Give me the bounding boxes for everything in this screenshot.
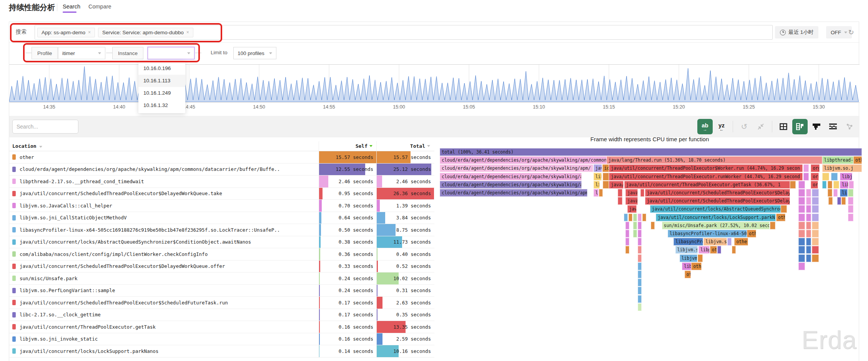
timeline-chart[interactable]: [9, 64, 860, 103]
flame-frame[interactable]: java/util/concurrent/ScheduledThreadPool…: [645, 197, 790, 205]
flame-frame[interactable]: [833, 181, 839, 189]
flame-frame[interactable]: [848, 214, 853, 221]
table-row[interactable]: java/util/concurrent/locks/AbstractQueue…: [9, 236, 434, 249]
flame-frame[interactable]: [618, 197, 622, 205]
flame-frame[interactable]: java: [627, 205, 637, 213]
instance-select[interactable]: [148, 47, 195, 59]
flame-frame[interactable]: other: [734, 238, 748, 246]
flame-frame[interactable]: [638, 303, 642, 311]
flame-frame[interactable]: [638, 262, 642, 270]
flame-frame[interactable]: cloud/erda/agent/dependencies/org/apache…: [440, 156, 607, 164]
flame-frame[interactable]: [640, 189, 644, 197]
flame-frame[interactable]: [798, 254, 805, 262]
flame-frame[interactable]: java/util/concurrent/ThreadPoolExecutor$…: [609, 164, 803, 172]
dropdown-option[interactable]: 10.16.1.249: [138, 87, 185, 99]
table-row[interactable]: libjvm.so.JavaCalls::call_helper0.70 sec…: [9, 200, 434, 212]
flame-frame[interactable]: [633, 230, 637, 237]
tab-compare[interactable]: Compare: [88, 3, 111, 10]
flame-frame[interactable]: libasyncProfiler-linux-x64-505cc169188: [668, 230, 747, 237]
table-row[interactable]: java/util/concurrent/ScheduledThreadPool…: [9, 188, 434, 200]
flame-frame[interactable]: [638, 279, 642, 286]
flame-frame[interactable]: [812, 205, 819, 213]
table-row[interactable]: java/util/concurrent/ScheduledThreadPool…: [9, 261, 434, 273]
collapse-icon[interactable]: [753, 119, 768, 134]
flame-frame[interactable]: [806, 254, 811, 262]
flame-frame[interactable]: [812, 197, 819, 205]
flame-frame[interactable]: [806, 246, 811, 254]
flame-frame[interactable]: [603, 173, 609, 180]
flame-frame[interactable]: org: [811, 181, 818, 189]
flame-frame[interactable]: oth: [710, 246, 717, 254]
flame-frame[interactable]: [717, 246, 721, 254]
flame-frame[interactable]: [806, 214, 811, 221]
dropdown-option[interactable]: 10.16.0.196: [138, 62, 185, 75]
close-icon[interactable]: ×: [88, 30, 91, 35]
flame-frame[interactable]: [638, 254, 642, 262]
flame-frame[interactable]: [625, 230, 629, 237]
flame-frame[interactable]: libjvm.so.j: [680, 254, 697, 262]
flame-frame[interactable]: [651, 222, 655, 229]
flame-frame[interactable]: total (100%, 36.41 seconds): [440, 148, 862, 156]
flame-frame[interactable]: [618, 189, 622, 197]
flame-frame[interactable]: java/util/c: [609, 181, 623, 189]
dropdown-option[interactable]: 10.16.1.32: [138, 99, 185, 112]
flame-frame[interactable]: [798, 238, 805, 246]
flame-frame[interactable]: [638, 287, 642, 294]
flame-frame[interactable]: [633, 222, 637, 229]
flame-frame[interactable]: [629, 214, 632, 221]
flame-frame[interactable]: [803, 164, 808, 172]
flame-frame[interactable]: [642, 214, 646, 221]
flame-frame[interactable]: [812, 189, 819, 197]
table-flame-view-icon[interactable]: [792, 119, 808, 134]
flame-frame[interactable]: [798, 222, 805, 229]
flamegraph-view-icon[interactable]: [809, 119, 824, 134]
flame-frame[interactable]: libjv: [594, 173, 602, 180]
flame-frame[interactable]: [848, 197, 853, 205]
flame-frame[interactable]: java/util/concurrent/ThreadPoolExecutor.…: [624, 181, 790, 189]
flame-frame[interactable]: [806, 189, 811, 197]
flame-frame[interactable]: [638, 246, 642, 254]
flame-frame[interactable]: libjvm.so.: [703, 238, 727, 246]
table-row[interactable]: sun/misc/Unsafe.park0.24 seconds10.02 se…: [9, 272, 434, 285]
flame-frame[interactable]: oth: [853, 156, 862, 164]
flame-frame[interactable]: [822, 173, 830, 180]
flame-frame[interactable]: [833, 189, 838, 197]
flame-frame[interactable]: [638, 230, 642, 237]
flame-frame[interactable]: [798, 189, 805, 197]
column-header-total[interactable]: Total: [376, 141, 434, 151]
flame-frame[interactable]: libj: [594, 181, 600, 189]
flame-frame[interactable]: [806, 197, 811, 205]
table-row[interactable]: libc-2.17.so.__clock_gettime0.17 seconds…: [9, 309, 434, 321]
sort-az-button[interactable]: ab→: [697, 119, 713, 134]
flame-frame[interactable]: [599, 189, 603, 197]
flame-frame[interactable]: org: [811, 173, 819, 180]
table-row[interactable]: libjvm.so.jni_invoke_static0.16 seconds2…: [9, 333, 434, 346]
flame-frame[interactable]: [798, 230, 805, 237]
flame-frame[interactable]: java/util/concurrent/ThreadPoolExecutor.…: [609, 173, 803, 180]
tab-search[interactable]: Search: [63, 3, 80, 10]
table-row[interactable]: libasyncProfiler-linux-x64-505cc16918827…: [9, 224, 434, 236]
flame-frame[interactable]: [812, 238, 819, 246]
flame-frame[interactable]: java/util/concurrent/ScheduledThreadPool…: [645, 189, 790, 197]
flame-frame[interactable]: [624, 214, 628, 221]
table-row[interactable]: java/util/concurrent/ScheduledThreadPool…: [9, 297, 434, 309]
sandwich-view-icon[interactable]: [825, 119, 841, 134]
refresh-icon[interactable]: ↻: [846, 28, 856, 37]
flame-frame[interactable]: [798, 197, 805, 205]
flame-frame[interactable]: [781, 205, 787, 213]
flame-frame[interactable]: cloud/erda/agent/dependencies/org/apache…: [440, 173, 582, 180]
flame-frame[interactable]: [625, 246, 629, 254]
flame-frame[interactable]: [633, 214, 637, 221]
table-row[interactable]: cloud/erda/agent/dependencies/org/apache…: [9, 164, 434, 176]
filter-tags-input[interactable]: App: ss-apm-demo×Service: Service: apm-d…: [35, 25, 773, 40]
flame-frame[interactable]: lib: [840, 189, 848, 197]
flame-frame[interactable]: oth: [685, 271, 691, 278]
flame-frame[interactable]: java/util/concurrent/locks/LockSupport.p…: [656, 214, 776, 221]
table-row[interactable]: java/util/concurrent/ThreadPoolExecutor.…: [9, 321, 434, 333]
flame-frame[interactable]: libpth: [698, 246, 710, 254]
sort-za-button[interactable]: yz←: [714, 119, 729, 134]
time-range-button[interactable]: 最近 1小时: [775, 26, 818, 38]
flame-frame[interactable]: [828, 189, 832, 197]
filter-tag[interactable]: Service: Service: apm-demo-dubbo×: [98, 28, 193, 37]
flame-frame[interactable]: java/: [594, 164, 602, 172]
